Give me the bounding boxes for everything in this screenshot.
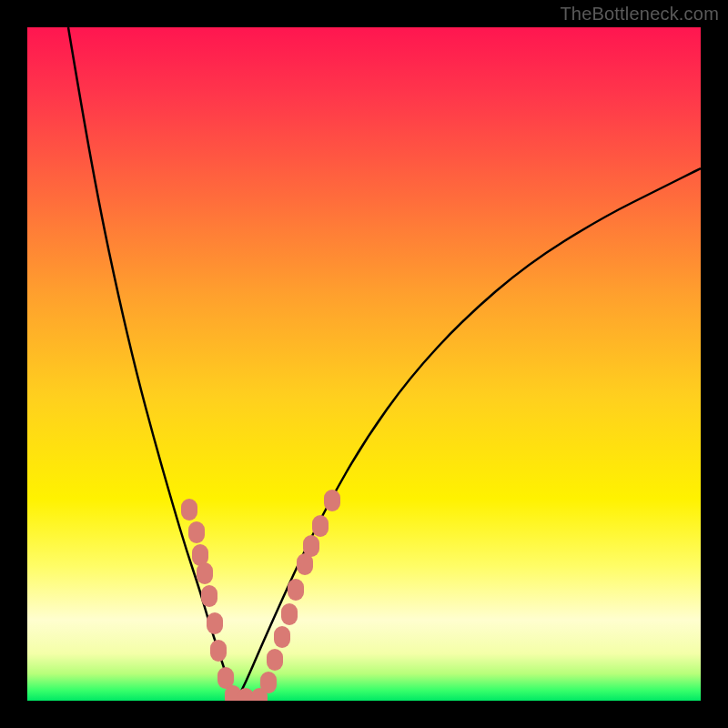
data-marker (267, 649, 283, 671)
data-marker (181, 499, 197, 521)
data-marker (312, 515, 329, 537)
data-marker (207, 612, 223, 634)
plot-area (27, 27, 701, 701)
curve-layer (27, 27, 701, 701)
right-branch (237, 168, 701, 701)
data-marker (274, 626, 290, 648)
data-marker (201, 585, 217, 607)
marker-group (181, 490, 340, 701)
data-marker (197, 562, 213, 584)
data-marker (260, 672, 277, 693)
watermark-text: TheBottleneck.com (560, 4, 719, 25)
data-marker (281, 603, 298, 625)
data-marker (324, 490, 340, 511)
data-marker (188, 521, 205, 543)
data-marker (303, 535, 319, 557)
data-marker (288, 579, 304, 601)
data-marker (210, 640, 227, 662)
chart-frame: TheBottleneck.com (0, 0, 728, 728)
